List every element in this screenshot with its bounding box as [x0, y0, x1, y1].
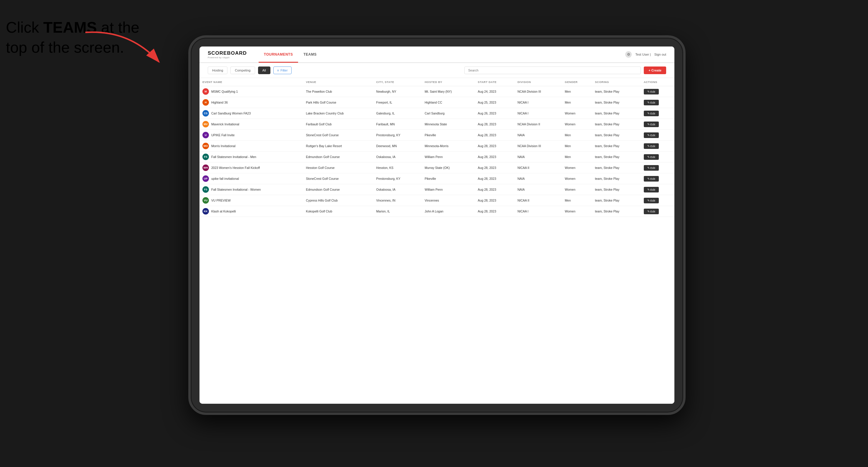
cell-scoring-4: team, Stroke Play: [592, 130, 641, 141]
team-logo-1: H: [203, 99, 209, 106]
table-row: MO Morris Invitational Ruttger's Bay Lak…: [199, 141, 674, 152]
edit-btn-9[interactable]: ✎ Edit: [644, 187, 659, 192]
cell-actions-9: ✎ Edit: [641, 184, 674, 195]
event-name-5: Morris Invitational: [211, 144, 236, 148]
cell-hosted-by-3: Minnesota State: [422, 119, 475, 130]
cell-division-9: NAIA: [515, 184, 562, 195]
cell-venue-9: Edmundson Golf Course: [303, 184, 373, 195]
edit-btn-3[interactable]: ✎ Edit: [644, 122, 659, 127]
col-scoring: SCORING: [592, 78, 641, 86]
team-logo-3: MV: [203, 121, 209, 127]
cell-city-state-3: Faribault, MN: [373, 119, 422, 130]
edit-btn-10[interactable]: ✎ Edit: [644, 198, 659, 203]
cell-venue-4: StoneCrest Golf Course: [303, 130, 373, 141]
cell-event-name-5: MO Morris Invitational: [199, 141, 303, 152]
cell-city-state-1: Freeport, IL: [373, 97, 422, 108]
cell-division-6: NAIA: [515, 152, 562, 162]
filter-icon-btn[interactable]: ≡ Filter: [273, 66, 291, 74]
edit-btn-6[interactable]: ✎ Edit: [644, 154, 659, 160]
table-row: FS Fall Statesmen Invitational - Men Edm…: [199, 152, 674, 162]
event-name-2: Carl Sandburg Women FA23: [211, 112, 251, 115]
cell-scoring-11: team, Stroke Play: [592, 206, 641, 217]
table-row: UP upike fall invitational StoneCrest Go…: [199, 173, 674, 184]
tournaments-table: EVENT NAME VENUE CITY, STATE HOSTED BY S…: [199, 78, 674, 217]
edit-btn-7[interactable]: ✎ Edit: [644, 165, 659, 171]
edit-btn-11[interactable]: ✎ Edit: [644, 209, 659, 214]
cell-gender-7: Women: [562, 162, 592, 173]
cell-venue-8: StoneCrest Golf Course: [303, 173, 373, 184]
app-container: SCOREBOARD Powered by clippit TOURNAMENT…: [199, 46, 674, 404]
cell-scoring-1: team, Stroke Play: [592, 97, 641, 108]
edit-btn-0[interactable]: ✎ Edit: [644, 89, 659, 94]
sign-out-link[interactable]: Sign out: [654, 53, 666, 56]
cell-gender-6: Men: [562, 152, 592, 162]
logo-subtitle: Powered by clippit: [208, 56, 247, 59]
logo-area: SCOREBOARD Powered by clippit: [208, 50, 247, 59]
tab-tournaments[interactable]: TOURNAMENTS: [259, 47, 298, 63]
filter-icon: ≡: [277, 68, 279, 72]
cell-start-date-7: Aug 28, 2023: [475, 162, 515, 173]
cell-scoring-0: team, Stroke Play: [592, 86, 641, 97]
cell-scoring-2: team, Stroke Play: [592, 108, 641, 119]
cell-division-2: NICAA I: [515, 108, 562, 119]
event-name-11: Klash at Kokopelli: [211, 210, 236, 213]
cell-venue-6: Edmundson Golf Course: [303, 152, 373, 162]
cell-gender-1: Men: [562, 97, 592, 108]
team-logo-11: KK: [203, 208, 209, 215]
event-name-1: Highland 36: [211, 101, 228, 104]
col-hosted-by: HOSTED BY: [422, 78, 475, 86]
edit-btn-4[interactable]: ✎ Edit: [644, 132, 659, 138]
create-btn[interactable]: + Create: [644, 66, 666, 74]
cell-event-name-2: CS Carl Sandburg Women FA23: [199, 108, 303, 119]
settings-icon[interactable]: ⚙: [625, 51, 632, 58]
cell-city-state-0: Newburgh, NY: [373, 86, 422, 97]
cell-start-date-2: Aug 26, 2023: [475, 108, 515, 119]
table-body: M MSMC Qualifying 1 The Powelton Club Ne…: [199, 86, 674, 217]
edit-btn-2[interactable]: ✎ Edit: [644, 111, 659, 116]
edit-btn-8[interactable]: ✎ Edit: [644, 176, 659, 182]
event-name-4: UPIKE Fall Invite: [211, 133, 235, 137]
table-container: EVENT NAME VENUE CITY, STATE HOSTED BY S…: [199, 78, 674, 404]
cell-city-state-9: Oskaloosa, IA: [373, 184, 422, 195]
cell-venue-10: Cypress Hills Golf Club: [303, 195, 373, 206]
search-input[interactable]: [464, 66, 641, 74]
cell-city-state-11: Marion, IL: [373, 206, 422, 217]
table-row: KK Klash at Kokopelli Kokopelli Golf Clu…: [199, 206, 674, 217]
filter-btn-label: Filter: [280, 68, 287, 72]
cell-event-name-8: UP upike fall invitational: [199, 173, 303, 184]
instruction-text: Click TEAMS at the top of the screen.: [6, 18, 140, 57]
cell-start-date-4: Aug 28, 2023: [475, 130, 515, 141]
edit-btn-1[interactable]: ✎ Edit: [644, 100, 659, 105]
cell-event-name-11: KK Klash at Kokopelli: [199, 206, 303, 217]
cell-actions-1: ✎ Edit: [641, 97, 674, 108]
cell-gender-0: Men: [562, 86, 592, 97]
col-actions: ACTIONS: [641, 78, 674, 86]
edit-btn-5[interactable]: ✎ Edit: [644, 143, 659, 149]
col-division: DIVISION: [515, 78, 562, 86]
cell-actions-0: ✎ Edit: [641, 86, 674, 97]
cell-city-state-7: Hesston, KS: [373, 162, 422, 173]
cell-actions-4: ✎ Edit: [641, 130, 674, 141]
team-logo-4: U: [203, 132, 209, 138]
cell-division-5: NCAA Division III: [515, 141, 562, 152]
competing-filter-btn[interactable]: Competing: [230, 66, 255, 74]
cell-division-1: NICAA I: [515, 97, 562, 108]
cell-hosted-by-2: Carl Sandburg: [422, 108, 475, 119]
all-filter-btn[interactable]: All: [258, 66, 270, 74]
cell-city-state-6: Oskaloosa, IA: [373, 152, 422, 162]
cell-hosted-by-0: Mt. Saint Mary (NY): [422, 86, 475, 97]
col-venue: VENUE: [303, 78, 373, 86]
cell-gender-5: Men: [562, 141, 592, 152]
cell-start-date-11: Aug 28, 2023: [475, 206, 515, 217]
cell-division-10: NICAA II: [515, 195, 562, 206]
event-name-8: upike fall invitational: [211, 177, 239, 180]
tab-teams[interactable]: TEAMS: [298, 47, 322, 63]
user-info: Test User |: [635, 53, 651, 56]
hosting-filter-btn[interactable]: Hosting: [208, 66, 227, 74]
cell-scoring-8: team, Stroke Play: [592, 173, 641, 184]
team-logo-6: FS: [203, 154, 209, 160]
cell-start-date-5: Aug 28, 2023: [475, 141, 515, 152]
cell-hosted-by-11: John A Logan: [422, 206, 475, 217]
team-logo-10: VU: [203, 197, 209, 204]
table-header: EVENT NAME VENUE CITY, STATE HOSTED BY S…: [199, 78, 674, 86]
